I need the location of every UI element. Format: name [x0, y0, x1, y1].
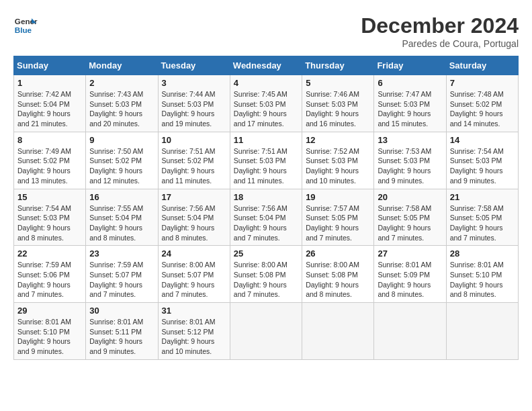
day-info: Sunrise: 7:50 AMSunset: 5:02 PMDaylight:… — [89, 146, 154, 186]
day-info: Sunrise: 7:42 AMSunset: 5:04 PMDaylight:… — [17, 89, 82, 129]
day-number: 5 — [306, 78, 370, 88]
day-number: 18 — [234, 192, 298, 202]
calendar-cell: 1Sunrise: 7:42 AMSunset: 5:04 PMDaylight… — [14, 75, 86, 132]
day-number: 31 — [162, 306, 226, 316]
calendar-cell — [374, 303, 446, 360]
day-info: Sunrise: 8:01 AMSunset: 5:10 PMDaylight:… — [17, 317, 82, 357]
day-number: 26 — [306, 248, 370, 259]
day-info: Sunrise: 8:00 AMSunset: 5:07 PMDaylight:… — [162, 260, 226, 300]
day-info: Sunrise: 8:00 AMSunset: 5:08 PMDaylight:… — [234, 260, 298, 300]
header-tuesday: Tuesday — [158, 56, 230, 75]
day-info: Sunrise: 8:01 AMSunset: 5:12 PMDaylight:… — [162, 317, 226, 357]
day-info: Sunrise: 7:45 AMSunset: 5:03 PMDaylight:… — [234, 89, 298, 129]
header-friday: Friday — [374, 56, 446, 75]
day-info: Sunrise: 7:48 AMSunset: 5:02 PMDaylight:… — [450, 89, 515, 129]
calendar-cell: 25Sunrise: 8:00 AMSunset: 5:08 PMDayligh… — [230, 246, 302, 303]
day-info: Sunrise: 7:59 AMSunset: 5:06 PMDaylight:… — [17, 260, 82, 300]
calendar-cell: 13Sunrise: 7:53 AMSunset: 5:03 PMDayligh… — [374, 132, 446, 189]
calendar-week-row: 15Sunrise: 7:54 AMSunset: 5:03 PMDayligh… — [14, 189, 519, 246]
day-number: 2 — [89, 78, 154, 88]
day-info: Sunrise: 7:44 AMSunset: 5:03 PMDaylight:… — [162, 89, 226, 129]
day-info: Sunrise: 7:59 AMSunset: 5:07 PMDaylight:… — [89, 260, 154, 300]
calendar-cell: 24Sunrise: 8:00 AMSunset: 5:07 PMDayligh… — [158, 246, 230, 303]
calendar-week-row: 29Sunrise: 8:01 AMSunset: 5:10 PMDayligh… — [14, 303, 519, 360]
calendar-cell: 8Sunrise: 7:49 AMSunset: 5:02 PMDaylight… — [14, 132, 86, 189]
day-number: 12 — [306, 135, 370, 145]
calendar-cell: 27Sunrise: 8:01 AMSunset: 5:09 PMDayligh… — [374, 246, 446, 303]
day-info: Sunrise: 7:56 AMSunset: 5:04 PMDaylight:… — [234, 203, 298, 243]
days-header-row: Sunday Monday Tuesday Wednesday Thursday… — [14, 56, 519, 75]
day-number: 21 — [450, 192, 515, 202]
calendar-cell: 28Sunrise: 8:01 AMSunset: 5:10 PMDayligh… — [446, 246, 518, 303]
calendar-cell: 12Sunrise: 7:52 AMSunset: 5:03 PMDayligh… — [302, 132, 374, 189]
day-number: 17 — [162, 192, 226, 202]
calendar-cell: 23Sunrise: 7:59 AMSunset: 5:07 PMDayligh… — [86, 246, 158, 303]
calendar-cell: 30Sunrise: 8:01 AMSunset: 5:11 PMDayligh… — [86, 303, 158, 360]
calendar-cell: 3Sunrise: 7:44 AMSunset: 5:03 PMDaylight… — [158, 75, 230, 132]
day-info: Sunrise: 7:57 AMSunset: 5:05 PMDaylight:… — [306, 203, 370, 243]
day-number: 27 — [378, 248, 442, 259]
calendar-cell: 19Sunrise: 7:57 AMSunset: 5:05 PMDayligh… — [302, 189, 374, 246]
day-info: Sunrise: 7:52 AMSunset: 5:03 PMDaylight:… — [306, 146, 370, 186]
day-number: 23 — [89, 248, 154, 259]
calendar-cell — [302, 303, 374, 360]
day-number: 8 — [17, 135, 82, 145]
day-number: 7 — [450, 78, 515, 88]
day-info: Sunrise: 8:01 AMSunset: 5:11 PMDaylight:… — [89, 317, 154, 357]
calendar-table: Sunday Monday Tuesday Wednesday Thursday… — [13, 56, 519, 360]
day-info: Sunrise: 7:43 AMSunset: 5:03 PMDaylight:… — [89, 89, 154, 129]
header-monday: Monday — [86, 56, 158, 75]
day-info: Sunrise: 7:54 AMSunset: 5:03 PMDaylight:… — [450, 146, 515, 186]
day-number: 4 — [234, 78, 298, 88]
logo: General Blue — [13, 13, 38, 38]
calendar-cell: 20Sunrise: 7:58 AMSunset: 5:05 PMDayligh… — [374, 189, 446, 246]
month-title: December 2024 — [361, 13, 519, 38]
logo-icon: General Blue — [13, 13, 38, 38]
day-info: Sunrise: 7:49 AMSunset: 5:02 PMDaylight:… — [17, 146, 82, 186]
calendar-week-row: 22Sunrise: 7:59 AMSunset: 5:06 PMDayligh… — [14, 246, 519, 303]
day-info: Sunrise: 7:54 AMSunset: 5:03 PMDaylight:… — [17, 203, 82, 243]
day-info: Sunrise: 7:58 AMSunset: 5:05 PMDaylight:… — [450, 203, 515, 243]
header-thursday: Thursday — [302, 56, 374, 75]
day-info: Sunrise: 7:55 AMSunset: 5:04 PMDaylight:… — [89, 203, 154, 243]
header-sunday: Sunday — [14, 56, 86, 75]
calendar-cell: 6Sunrise: 7:47 AMSunset: 5:03 PMDaylight… — [374, 75, 446, 132]
calendar-cell: 26Sunrise: 8:00 AMSunset: 5:08 PMDayligh… — [302, 246, 374, 303]
calendar-week-row: 8Sunrise: 7:49 AMSunset: 5:02 PMDaylight… — [14, 132, 519, 189]
day-number: 22 — [17, 248, 82, 259]
calendar-cell: 21Sunrise: 7:58 AMSunset: 5:05 PMDayligh… — [446, 189, 518, 246]
calendar-cell: 14Sunrise: 7:54 AMSunset: 5:03 PMDayligh… — [446, 132, 518, 189]
calendar-cell: 16Sunrise: 7:55 AMSunset: 5:04 PMDayligh… — [86, 189, 158, 246]
svg-text:Blue: Blue — [15, 26, 32, 34]
location-subtitle: Paredes de Coura, Portugal — [361, 38, 519, 49]
day-number: 19 — [306, 192, 370, 202]
day-number: 28 — [450, 248, 515, 259]
calendar-week-row: 1Sunrise: 7:42 AMSunset: 5:04 PMDaylight… — [14, 75, 519, 132]
calendar-cell: 15Sunrise: 7:54 AMSunset: 5:03 PMDayligh… — [14, 189, 86, 246]
day-info: Sunrise: 7:51 AMSunset: 5:02 PMDaylight:… — [162, 146, 226, 186]
day-number: 14 — [450, 135, 515, 145]
day-info: Sunrise: 7:51 AMSunset: 5:03 PMDaylight:… — [234, 146, 298, 186]
day-info: Sunrise: 7:47 AMSunset: 5:03 PMDaylight:… — [378, 89, 442, 129]
calendar-cell: 31Sunrise: 8:01 AMSunset: 5:12 PMDayligh… — [158, 303, 230, 360]
calendar-cell: 22Sunrise: 7:59 AMSunset: 5:06 PMDayligh… — [14, 246, 86, 303]
calendar-cell: 10Sunrise: 7:51 AMSunset: 5:02 PMDayligh… — [158, 132, 230, 189]
day-number: 3 — [162, 78, 226, 88]
calendar-cell: 5Sunrise: 7:46 AMSunset: 5:03 PMDaylight… — [302, 75, 374, 132]
day-number: 9 — [89, 135, 154, 145]
day-number: 24 — [162, 248, 226, 259]
day-info: Sunrise: 7:58 AMSunset: 5:05 PMDaylight:… — [378, 203, 442, 243]
day-number: 11 — [234, 135, 298, 145]
header-saturday: Saturday — [446, 56, 518, 75]
day-number: 16 — [89, 192, 154, 202]
day-info: Sunrise: 7:53 AMSunset: 5:03 PMDaylight:… — [378, 146, 442, 186]
day-number: 29 — [17, 306, 82, 316]
day-number: 20 — [378, 192, 442, 202]
calendar-cell — [446, 303, 518, 360]
calendar-cell: 29Sunrise: 8:01 AMSunset: 5:10 PMDayligh… — [14, 303, 86, 360]
page-header: General Blue December 2024 Paredes de Co… — [13, 13, 519, 49]
calendar-cell: 9Sunrise: 7:50 AMSunset: 5:02 PMDaylight… — [86, 132, 158, 189]
day-number: 10 — [162, 135, 226, 145]
calendar-cell — [230, 303, 302, 360]
title-block: December 2024 Paredes de Coura, Portugal — [361, 13, 519, 49]
